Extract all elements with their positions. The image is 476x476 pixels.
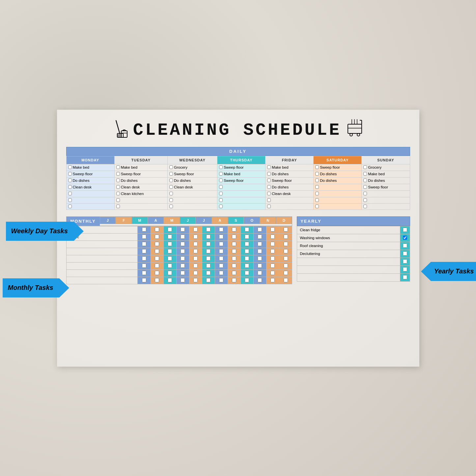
monthly-checkbox[interactable] — [168, 278, 172, 282]
monthly-checkbox[interactable] — [258, 256, 262, 261]
monthly-checkbox[interactable] — [258, 227, 262, 232]
monthly-checkbox[interactable] — [155, 249, 159, 253]
task-checkbox[interactable] — [267, 165, 271, 169]
monthly-checkbox[interactable] — [270, 249, 275, 253]
task-checkbox[interactable] — [267, 192, 271, 195]
monthly-checkbox[interactable] — [142, 235, 146, 239]
monthly-checkbox[interactable] — [219, 227, 223, 232]
monthly-checkbox[interactable] — [232, 264, 236, 268]
monthly-checkbox[interactable] — [181, 256, 185, 261]
monthly-checkbox[interactable] — [206, 278, 210, 282]
monthly-checkbox[interactable] — [142, 278, 146, 282]
monthly-checkbox[interactable] — [245, 256, 249, 261]
task-checkbox[interactable] — [267, 172, 271, 176]
task-checkbox[interactable] — [219, 192, 223, 195]
monthly-checkbox[interactable] — [181, 242, 185, 246]
monthly-checkbox[interactable] — [168, 235, 172, 239]
monthly-checkbox[interactable] — [181, 278, 185, 282]
monthly-checkbox[interactable] — [245, 249, 249, 253]
monthly-checkbox[interactable] — [168, 271, 172, 275]
monthly-checkbox[interactable] — [219, 271, 223, 275]
monthly-checkbox[interactable] — [232, 278, 236, 282]
yearly-checkbox[interactable] — [403, 259, 407, 264]
monthly-checkbox[interactable] — [155, 256, 159, 261]
monthly-checkbox[interactable] — [181, 249, 185, 253]
monthly-checkbox[interactable] — [206, 242, 210, 246]
task-checkbox[interactable] — [169, 192, 173, 195]
monthly-checkbox[interactable] — [258, 235, 262, 239]
monthly-checkbox[interactable] — [232, 235, 236, 239]
monthly-checkbox[interactable] — [155, 235, 159, 239]
monthly-checkbox[interactable] — [270, 271, 275, 275]
task-checkbox[interactable] — [315, 192, 319, 195]
task-checkbox[interactable] — [68, 205, 72, 208]
task-checkbox[interactable] — [363, 165, 367, 169]
task-checkbox[interactable] — [219, 172, 223, 176]
monthly-checkbox[interactable] — [284, 242, 288, 246]
monthly-checkbox[interactable] — [258, 278, 262, 282]
monthly-checkbox[interactable] — [232, 242, 236, 246]
task-checkbox[interactable] — [363, 179, 367, 182]
monthly-checkbox[interactable] — [258, 249, 262, 253]
monthly-checkbox[interactable] — [219, 264, 223, 268]
task-checkbox[interactable] — [68, 172, 72, 176]
task-checkbox[interactable] — [116, 198, 120, 202]
task-checkbox[interactable] — [363, 205, 367, 208]
monthly-checkbox[interactable] — [284, 256, 288, 261]
task-checkbox[interactable] — [116, 179, 120, 182]
task-checkbox[interactable] — [363, 192, 367, 195]
monthly-checkbox[interactable] — [232, 249, 236, 253]
task-checkbox[interactable] — [169, 185, 173, 189]
monthly-checkbox[interactable] — [284, 278, 288, 282]
task-checkbox[interactable] — [219, 165, 223, 169]
monthly-checkbox[interactable] — [206, 264, 210, 268]
monthly-checkbox[interactable] — [284, 235, 288, 239]
monthly-checkbox[interactable] — [206, 249, 210, 253]
monthly-checkbox[interactable] — [232, 271, 236, 275]
monthly-checkbox[interactable] — [142, 271, 146, 275]
task-checkbox[interactable] — [116, 205, 120, 208]
task-checkbox[interactable] — [116, 165, 120, 169]
task-checkbox[interactable] — [169, 198, 173, 202]
monthly-checkbox[interactable] — [270, 235, 275, 239]
task-checkbox[interactable] — [68, 192, 72, 195]
monthly-checkbox[interactable] — [142, 256, 146, 261]
task-checkbox[interactable] — [169, 172, 173, 176]
monthly-checkbox[interactable] — [142, 264, 146, 268]
monthly-checkbox[interactable] — [284, 271, 288, 275]
monthly-checkbox[interactable] — [245, 278, 249, 282]
task-checkbox[interactable] — [219, 185, 223, 189]
monthly-checkbox[interactable] — [206, 256, 210, 261]
monthly-checkbox[interactable] — [270, 227, 275, 232]
task-checkbox[interactable] — [116, 172, 120, 176]
monthly-checkbox[interactable] — [270, 256, 275, 261]
monthly-checkbox[interactable] — [155, 264, 159, 268]
monthly-checkbox[interactable] — [219, 242, 223, 246]
monthly-checkbox[interactable] — [245, 264, 249, 268]
monthly-checkbox[interactable] — [155, 271, 159, 275]
monthly-checkbox[interactable] — [193, 235, 198, 239]
monthly-checkbox[interactable] — [168, 264, 172, 268]
monthly-checkbox[interactable] — [219, 249, 223, 253]
monthly-checkbox[interactable] — [206, 271, 210, 275]
yearly-checkbox[interactable] — [403, 267, 407, 271]
task-checkbox[interactable] — [267, 205, 271, 208]
task-checkbox[interactable] — [315, 205, 319, 208]
monthly-checkbox[interactable] — [168, 249, 172, 253]
monthly-checkbox[interactable] — [258, 242, 262, 246]
task-checkbox[interactable] — [68, 165, 72, 169]
task-checkbox[interactable] — [169, 205, 173, 208]
monthly-checkbox[interactable] — [155, 242, 159, 246]
monthly-checkbox[interactable] — [193, 227, 198, 232]
monthly-checkbox[interactable] — [245, 227, 249, 232]
monthly-checkbox[interactable] — [168, 256, 172, 261]
monthly-checkbox[interactable] — [206, 235, 210, 239]
monthly-checkbox[interactable] — [219, 256, 223, 261]
task-checkbox[interactable] — [219, 205, 223, 208]
monthly-checkbox[interactable] — [181, 227, 185, 232]
monthly-checkbox[interactable] — [258, 264, 262, 268]
monthly-checkbox[interactable] — [193, 256, 198, 261]
monthly-checkbox[interactable] — [219, 235, 223, 239]
monthly-checkbox[interactable] — [270, 264, 275, 268]
monthly-checkbox[interactable] — [155, 227, 159, 232]
